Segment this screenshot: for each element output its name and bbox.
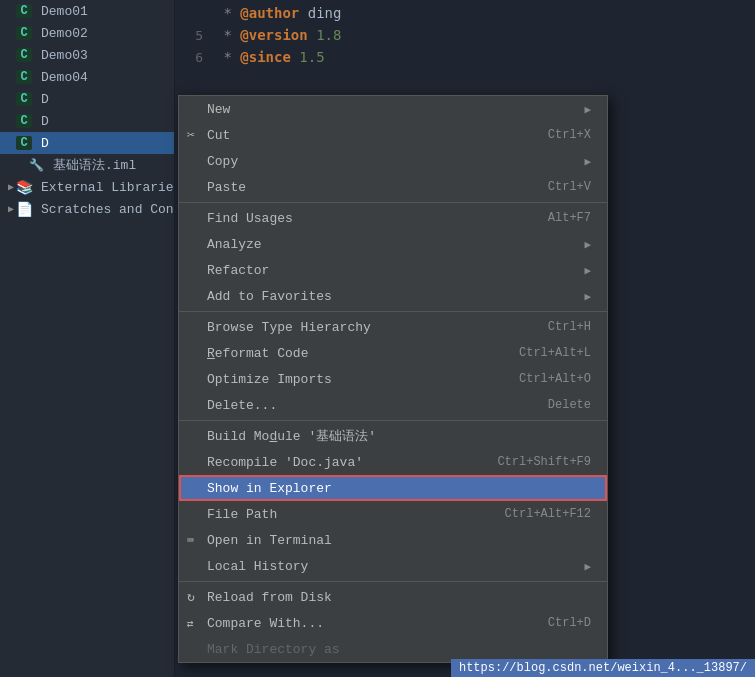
class-icon: C xyxy=(16,92,32,106)
menu-item-reformat-code[interactable]: Reformat Code Ctrl+Alt+L xyxy=(179,340,607,366)
library-icon: 📚 xyxy=(16,179,32,195)
code-line: * @author ding xyxy=(175,2,755,24)
sidebar-item-scratches[interactable]: ▶ 📄 Scratches and Cons... xyxy=(0,198,174,220)
menu-label: Delete... xyxy=(207,398,528,413)
menu-item-cut[interactable]: ✂ Cut Ctrl+X xyxy=(179,122,607,148)
sidebar-label: Demo03 xyxy=(41,48,88,63)
menu-item-paste[interactable]: Paste Ctrl+V xyxy=(179,174,607,200)
menu-shortcut: Delete xyxy=(548,398,591,412)
menu-label: Reload from Disk xyxy=(207,590,591,605)
cut-icon: ✂ xyxy=(187,127,195,143)
menu-item-copy[interactable]: Copy ▶ xyxy=(179,148,607,174)
arrow-icon: ▶ xyxy=(8,181,14,193)
menu-shortcut: Ctrl+V xyxy=(548,180,591,194)
terminal-icon: ⌨ xyxy=(187,534,194,547)
menu-item-show-in-explorer[interactable]: Show in Explorer xyxy=(179,475,607,501)
submenu-arrow-icon: ▶ xyxy=(584,238,591,251)
sidebar: C Demo01 C Demo02 C Demo03 C Demo04 C D … xyxy=(0,0,175,677)
menu-label: Paste xyxy=(207,180,528,195)
menu-label: Local History xyxy=(207,559,584,574)
menu-shortcut: Ctrl+Shift+F9 xyxy=(497,455,591,469)
sidebar-label: D xyxy=(41,114,49,129)
menu-item-find-usages[interactable]: Find Usages Alt+F7 xyxy=(179,205,607,231)
class-icon: C xyxy=(16,70,32,84)
menu-label: Optimize Imports xyxy=(207,372,499,387)
compare-icon: ⇄ xyxy=(187,617,194,630)
sidebar-item-demo01[interactable]: C Demo01 xyxy=(0,0,174,22)
menu-item-analyze[interactable]: Analyze ▶ xyxy=(179,231,607,257)
scratches-icon: 📄 xyxy=(16,201,32,217)
sidebar-item-d1[interactable]: C D xyxy=(0,88,174,110)
reload-icon: ↻ xyxy=(187,589,195,605)
menu-shortcut: Ctrl+Alt+F12 xyxy=(505,507,591,521)
menu-item-open-terminal[interactable]: ⌨ Open in Terminal xyxy=(179,527,607,553)
sidebar-item-demo04[interactable]: C Demo04 xyxy=(0,66,174,88)
sidebar-label: D xyxy=(41,136,49,151)
menu-label: Compare With... xyxy=(207,616,528,631)
class-icon: C xyxy=(16,4,32,18)
menu-separator xyxy=(179,202,607,203)
watermark-text: https://blog.csdn.net/weixin_4..._13897/ xyxy=(459,661,747,675)
menu-shortcut: Ctrl+Alt+O xyxy=(519,372,591,386)
menu-item-build-module[interactable]: Build Module '基础语法' xyxy=(179,423,607,449)
code-line: 5 * @version 1.8 xyxy=(175,24,755,46)
submenu-arrow-icon: ▶ xyxy=(584,560,591,573)
sidebar-label: D xyxy=(41,92,49,107)
menu-label: Add to Favorites xyxy=(207,289,584,304)
menu-label: File Path xyxy=(207,507,485,522)
code-content: * @version 1.8 xyxy=(215,27,755,43)
code-content: * @author ding xyxy=(215,5,755,21)
sidebar-label: Demo02 xyxy=(41,26,88,41)
sidebar-label: 基础语法.iml xyxy=(53,156,136,174)
menu-label: Copy xyxy=(207,154,584,169)
menu-label: Reformat Code xyxy=(207,346,499,361)
menu-item-optimize-imports[interactable]: Optimize Imports Ctrl+Alt+O xyxy=(179,366,607,392)
menu-item-compare-with[interactable]: ⇄ Compare With... Ctrl+D xyxy=(179,610,607,636)
sidebar-label: External Libraries xyxy=(41,180,181,195)
menu-label: New xyxy=(207,102,584,117)
context-menu: New ▶ ✂ Cut Ctrl+X Copy ▶ Paste Ctrl+V F… xyxy=(178,95,608,663)
menu-item-refactor[interactable]: Refactor ▶ xyxy=(179,257,607,283)
menu-shortcut: Ctrl+H xyxy=(548,320,591,334)
menu-item-add-favorites[interactable]: Add to Favorites ▶ xyxy=(179,283,607,309)
menu-item-local-history[interactable]: Local History ▶ xyxy=(179,553,607,579)
menu-shortcut: Ctrl+Alt+L xyxy=(519,346,591,360)
menu-separator xyxy=(179,311,607,312)
submenu-arrow-icon: ▶ xyxy=(584,264,591,277)
sidebar-item-d2[interactable]: C D xyxy=(0,110,174,132)
sidebar-item-demo02[interactable]: C Demo02 xyxy=(0,22,174,44)
line-number: 6 xyxy=(175,50,215,65)
menu-label: Open in Terminal xyxy=(207,533,591,548)
menu-label: Recompile 'Doc.java' xyxy=(207,455,477,470)
menu-item-new[interactable]: New ▶ xyxy=(179,96,607,122)
menu-separator xyxy=(179,420,607,421)
menu-item-delete[interactable]: Delete... Delete xyxy=(179,392,607,418)
class-icon: C xyxy=(16,114,32,128)
menu-shortcut: Alt+F7 xyxy=(548,211,591,225)
menu-label: Browse Type Hierarchy xyxy=(207,320,528,335)
menu-label: Build Module '基础语法' xyxy=(207,427,591,445)
class-icon: C xyxy=(16,26,32,40)
code-content: * @since 1.5 xyxy=(215,49,755,65)
sidebar-item-external-libs[interactable]: ▶ 📚 External Libraries xyxy=(0,176,174,198)
menu-label: Refactor xyxy=(207,263,584,278)
sidebar-item-d3-selected[interactable]: C D xyxy=(0,132,174,154)
submenu-arrow-icon: ▶ xyxy=(584,290,591,303)
menu-item-file-path[interactable]: File Path Ctrl+Alt+F12 xyxy=(179,501,607,527)
ide-background: C Demo01 C Demo02 C Demo03 C Demo04 C D … xyxy=(0,0,755,677)
sidebar-item-iml[interactable]: 🔧 基础语法.iml xyxy=(0,154,174,176)
menu-shortcut: Ctrl+D xyxy=(548,616,591,630)
sidebar-label: Demo04 xyxy=(41,70,88,85)
watermark: https://blog.csdn.net/weixin_4..._13897/ xyxy=(451,659,755,677)
arrow-icon: ▶ xyxy=(8,203,14,215)
submenu-arrow-icon: ▶ xyxy=(584,155,591,168)
menu-item-browse-type-hierarchy[interactable]: Browse Type Hierarchy Ctrl+H xyxy=(179,314,607,340)
line-number: 5 xyxy=(175,28,215,43)
menu-label: Analyze xyxy=(207,237,584,252)
menu-label: Find Usages xyxy=(207,211,528,226)
menu-label: Cut xyxy=(207,128,528,143)
file-icon: 🔧 xyxy=(28,157,44,173)
sidebar-item-demo03[interactable]: C Demo03 xyxy=(0,44,174,66)
menu-item-reload-from-disk[interactable]: ↻ Reload from Disk xyxy=(179,584,607,610)
menu-item-recompile[interactable]: Recompile 'Doc.java' Ctrl+Shift+F9 xyxy=(179,449,607,475)
